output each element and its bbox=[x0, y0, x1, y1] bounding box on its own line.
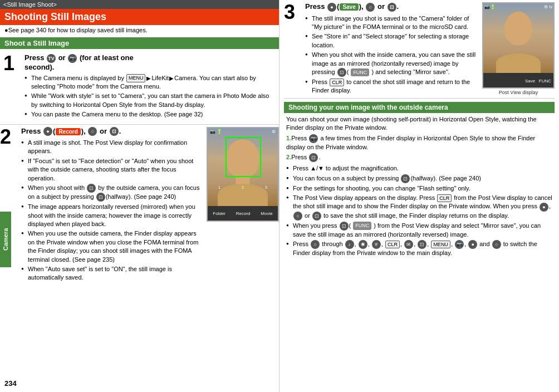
step-2-title: Press ●(Record), ○ or ⊡. bbox=[21, 127, 201, 136]
camera-button-icon: 📷 bbox=[68, 54, 77, 63]
step-2-bullet-1: A still image is shot. The Post View dis… bbox=[21, 138, 201, 156]
step-2-block: 2 Press ●(Record), ○ or ⊡. A still image… bbox=[0, 127, 279, 283]
circle2-own: ○ bbox=[293, 212, 302, 220]
see-page-note: ●See page 340 for how to display saved s… bbox=[0, 25, 279, 35]
end-btn-step3: ⊡ bbox=[337, 68, 346, 77]
mail-btn: ✉ bbox=[404, 240, 413, 249]
clr-own2: CLR bbox=[385, 241, 400, 249]
save-func-label: Save FUNC bbox=[525, 79, 551, 84]
menu-icon: MENU bbox=[126, 74, 146, 82]
pv-face bbox=[504, 12, 532, 45]
step3-bullet-4: Press CLR to cancel the shot still image… bbox=[305, 77, 477, 96]
finder-bottom-bar: Folder Record Movie bbox=[208, 206, 278, 222]
p-btn: ♪ bbox=[345, 240, 354, 249]
step-1-bullet-3: You can paste the Camera menu to the des… bbox=[24, 110, 276, 119]
record-btn-label: Record bbox=[56, 128, 80, 135]
step-1-title: Press TV or 📷 (for at least one second). bbox=[24, 53, 276, 71]
step-2-bullets: A still image is shot. The Post View dis… bbox=[21, 138, 201, 283]
step-2-bullet-2: If "Focus" is set to "Face detection" or… bbox=[21, 156, 201, 183]
section-title-shoot: Shoot a Still Image bbox=[0, 37, 279, 49]
camera-finder-btn: 📷 bbox=[309, 134, 318, 143]
page-title: Shooting Still Images bbox=[0, 9, 279, 25]
pv-top-ui: 📷🔋 ⚙ N bbox=[484, 4, 552, 9]
step-1-bullet-2: While "Work with style" is set to "Camer… bbox=[24, 91, 276, 110]
func-own: FUNC bbox=[353, 222, 371, 230]
pv-shoulders bbox=[496, 53, 541, 73]
step3-bullet-1: The still image you shot is saved to the… bbox=[305, 14, 477, 32]
finder-record-label: Record bbox=[236, 211, 251, 216]
step-2-content: Press ●(Record), ○ or ⊡. A still image i… bbox=[21, 127, 201, 283]
step3-circle2-btn: ○ bbox=[366, 3, 375, 12]
step-3-block: 3 Press ●(Save), ○ or ⊡. The still image… bbox=[284, 2, 555, 96]
post-view-display: 📷🔋 ⚙ N Save FUNC bbox=[482, 2, 555, 89]
step-2-bullet-6: When "Auto save set" is set to "ON", the… bbox=[21, 264, 201, 283]
menu-btn: MENU bbox=[431, 241, 450, 249]
end-btn2: ⊡ bbox=[418, 240, 426, 249]
circle-own3: ○ bbox=[492, 240, 501, 249]
own-step-1: 1.Press 📷 a few times from the Finder di… bbox=[286, 134, 552, 151]
step3-bullet-2: See "Store in" and "Select storage" for … bbox=[305, 32, 477, 50]
header-tag: <Still Image Shoot> bbox=[0, 0, 279, 9]
circle-own2: ○ bbox=[311, 240, 320, 249]
clr-own: CLR bbox=[437, 194, 452, 203]
step-1-bullet-1: The Camera menu is displayed by MENU▶Lif… bbox=[24, 74, 276, 92]
pv-bottom-bar: Save FUNC bbox=[483, 73, 553, 89]
end-btn-own: ⊡ bbox=[309, 153, 318, 162]
finder-top-icons-left: 📷 🔋 bbox=[210, 129, 222, 134]
finder-display: 📷 🔋 ⚙ 1 2 bbox=[207, 127, 279, 222]
own-step-2: 2.Press ⊡. bbox=[286, 153, 552, 162]
own-bullet-5: When you press ⊡( FUNC ) from the Post V… bbox=[286, 221, 552, 239]
step-2-bullet-4: The image appears horizontally reversed … bbox=[21, 202, 201, 229]
own-bullet-4: The Post View display appears on the dis… bbox=[286, 193, 552, 221]
finder-display-block: 📷 🔋 ⚙ 1 2 bbox=[204, 127, 279, 283]
left-column: <Still Image Shoot> Shooting Still Image… bbox=[0, 0, 280, 392]
step-3-title: Press ●(Save), ○ or ⊡. bbox=[305, 2, 477, 12]
end-btn-own2: ⊡ bbox=[401, 174, 410, 183]
step3-bullet-3: When you shot with the inside camera, yo… bbox=[305, 50, 477, 77]
hash-btn: # bbox=[372, 240, 381, 249]
own-bullet-3: For the settings for shooting, you can c… bbox=[286, 184, 552, 193]
own-bullet-1: Press ▲/▼ to adjust the magnification. bbox=[286, 164, 552, 173]
page-number: 234 bbox=[4, 379, 17, 388]
own-bullet-2: You can focus on a subject by pressing ⊡… bbox=[286, 174, 552, 184]
step-2-bullet-5: When you use the outside camera, the Fin… bbox=[21, 229, 201, 264]
end-own: ⊡ bbox=[312, 212, 321, 220]
step-3-number: 3 bbox=[284, 2, 301, 96]
end-btn-own3: ⊡ bbox=[340, 222, 349, 231]
end-btn-inline2: ⊡ bbox=[96, 193, 105, 202]
face-detection-box bbox=[225, 137, 261, 177]
right-column: 3 Press ●(Save), ○ or ⊡. The still image… bbox=[280, 0, 559, 392]
step-1-bullets: The Camera menu is displayed by MENU▶Lif… bbox=[24, 74, 276, 120]
step-3-bullets: The still image you shot is saved to the… bbox=[305, 14, 477, 96]
step-3-content: Press ●(Save), ○ or ⊡. The still image y… bbox=[305, 2, 479, 96]
post-view-label: Post View display bbox=[482, 90, 555, 95]
tv-button-icon: TV bbox=[47, 54, 56, 63]
step-2-bullet-3: When you shoot with ⊡ by the outside cam… bbox=[21, 183, 201, 202]
finder-folder-label: Folder bbox=[213, 211, 225, 216]
own-bullets: Press ▲/▼ to adjust the magnification. Y… bbox=[286, 164, 552, 258]
step3-circle-btn: ● bbox=[327, 3, 336, 12]
own-section-body: You can shoot your own image (shooting s… bbox=[284, 115, 555, 258]
finder-ui-top: 📷 🔋 ⚙ bbox=[208, 129, 278, 134]
camera-side-label: Camera bbox=[0, 212, 11, 267]
clr-btn: CLR bbox=[330, 79, 344, 87]
save-btn-label: Save bbox=[340, 3, 358, 11]
end-button: ⊡ bbox=[110, 127, 119, 136]
step-1-content: Press TV or 📷 (for at least one second).… bbox=[24, 53, 276, 120]
step3-end-btn: ⊡ bbox=[388, 3, 396, 12]
step-1-block: 1 Press TV or 📷 (for at least one second… bbox=[0, 51, 279, 122]
star-btn: ✱ bbox=[359, 240, 367, 249]
circle-own: ● bbox=[540, 203, 548, 212]
func-btn: FUNC bbox=[351, 68, 369, 77]
post-view-display-block: 📷🔋 ⚙ N Save FUNC Post View display bbox=[482, 2, 555, 96]
step-1-number: 1 bbox=[3, 53, 20, 120]
end-btn-inline: ⊡ bbox=[87, 184, 96, 193]
own-section-title: Shooting your own image with the outside… bbox=[284, 102, 555, 113]
finder-display-inner: 📷 🔋 ⚙ 1 2 bbox=[208, 128, 278, 206]
finder-movie-label: Movie bbox=[261, 211, 272, 216]
cam-btn2: 📷 bbox=[455, 240, 464, 249]
circle-record-button: ● bbox=[43, 127, 52, 136]
circle-button: ○ bbox=[88, 127, 97, 136]
post-view-inner: 📷🔋 ⚙ N bbox=[483, 3, 553, 73]
own-section-intro: You can shoot your own image (shooting s… bbox=[286, 115, 552, 133]
